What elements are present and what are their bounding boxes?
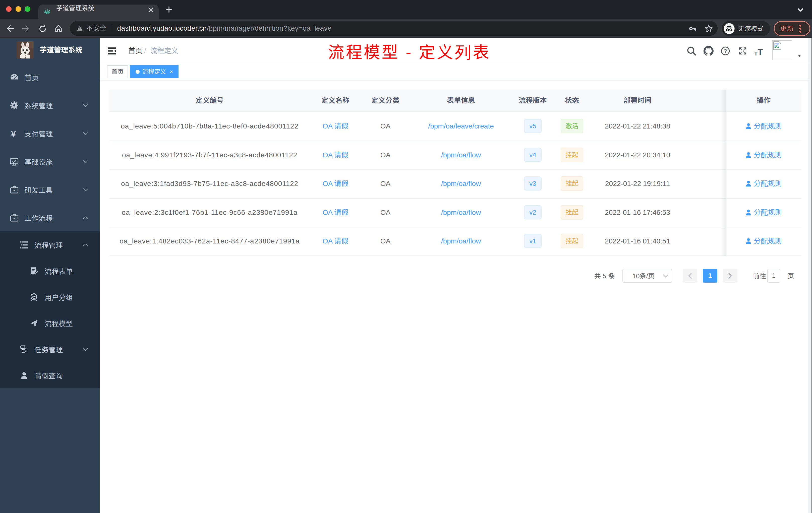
svg-text:?: ? xyxy=(724,48,727,54)
